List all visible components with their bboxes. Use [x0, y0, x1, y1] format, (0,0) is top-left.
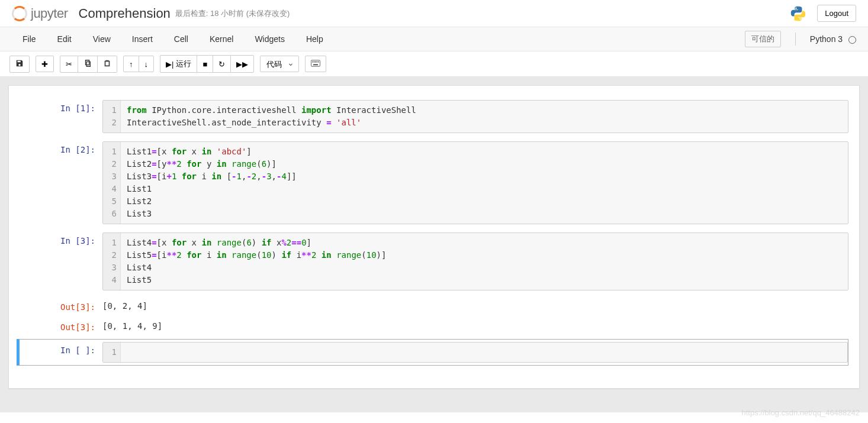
line-gutter: 1 2 [103, 101, 121, 133]
notebook-title[interactable]: Comprehension [79, 6, 171, 21]
line-gutter: 1 [103, 343, 121, 362]
arrow-down-icon: ↓ [144, 60, 149, 69]
svg-rect-2 [313, 61, 314, 62]
copy-icon [83, 59, 92, 69]
restart-run-all-button[interactable]: ▶▶ [231, 55, 254, 73]
menu-insert[interactable]: Insert [121, 31, 163, 47]
logo-text: jupyter [31, 6, 68, 21]
paste-icon [103, 59, 111, 69]
svg-rect-3 [314, 61, 315, 62]
copy-button[interactable] [78, 56, 98, 73]
jupyter-icon [12, 6, 27, 21]
output-prompt: Out[3]: [20, 299, 102, 313]
keyboard-icon [311, 60, 320, 69]
separator [795, 33, 796, 46]
line-gutter: 1 2 3 4 5 6 [103, 142, 121, 224]
menu-edit[interactable]: Edit [47, 31, 82, 47]
code-content[interactable]: List4=[x for x in range(6) if x%2==0] Li… [121, 233, 848, 290]
svg-rect-7 [313, 64, 318, 65]
input-prompt: In [2]: [20, 141, 102, 224]
menu-file[interactable]: File [12, 31, 47, 47]
move-down-button[interactable]: ↓ [139, 56, 155, 72]
code-cell[interactable]: In [ ]:1 [17, 339, 848, 366]
cut-icon: ✂ [66, 60, 72, 69]
move-up-button[interactable]: ↑ [123, 56, 139, 72]
menubar: FileEditViewInsertCellKernelWidgetsHelp … [0, 27, 868, 51]
kernel-status-icon [848, 36, 856, 44]
menu-view[interactable]: View [82, 31, 121, 47]
svg-rect-5 [317, 61, 318, 62]
svg-rect-6 [318, 61, 319, 62]
run-icon: ▶| [166, 60, 173, 69]
svg-rect-4 [315, 61, 316, 62]
save-button[interactable] [9, 56, 30, 73]
fast-forward-icon: ▶▶ [236, 60, 248, 69]
menu-cell[interactable]: Cell [163, 31, 199, 47]
menu-widgets[interactable]: Widgets [244, 31, 295, 47]
cut-button[interactable]: ✂ [60, 56, 78, 73]
svg-rect-0 [105, 62, 108, 65]
notebook-container: In [1]:1 2from IPython.core.interactives… [0, 77, 868, 412]
code-cell[interactable]: In [2]:1 2 3 4 5 6List1=[x for x in 'abc… [20, 141, 848, 224]
restart-button[interactable]: ↻ [213, 55, 231, 73]
output-text: [0, 2, 4] [102, 299, 848, 313]
code-content[interactable]: List1=[x for x in 'abcd'] List2=[y**2 fo… [121, 142, 848, 224]
input-prompt: In [ ]: [20, 342, 102, 363]
restart-icon: ↻ [218, 60, 225, 69]
celltype-select[interactable]: 代码 [260, 56, 299, 72]
add-cell-button[interactable]: ✚ [36, 56, 54, 72]
code-cell[interactable]: In [3]:1 2 3 4List4=[x for x in range(6)… [20, 233, 848, 290]
code-cell[interactable]: In [1]:1 2from IPython.core.interactives… [20, 100, 848, 133]
output-row: Out[3]:[0, 1, 4, 9] [20, 319, 848, 333]
input-area[interactable]: 1 2from IPython.core.interactiveshell im… [102, 100, 848, 133]
menu-kernel[interactable]: Kernel [199, 31, 244, 47]
python-icon [790, 5, 806, 22]
input-prompt: In [3]: [20, 233, 102, 290]
logout-button[interactable]: Logout [817, 5, 856, 22]
save-icon [15, 59, 24, 69]
output-row: Out[3]:[0, 2, 4] [20, 299, 848, 313]
logo[interactable]: jupyter [12, 6, 68, 21]
input-area[interactable]: 1 2 3 4 5 6List1=[x for x in 'abcd'] Lis… [102, 141, 848, 224]
plus-icon: ✚ [41, 60, 48, 69]
run-button[interactable]: ▶| 运行 [160, 55, 197, 73]
code-content[interactable]: from IPython.core.interactiveshell impor… [121, 101, 848, 133]
menu-help[interactable]: Help [295, 31, 334, 47]
command-palette-button[interactable] [305, 56, 326, 72]
stop-button[interactable]: ■ [197, 55, 213, 73]
paste-button[interactable] [98, 56, 117, 73]
svg-rect-1 [311, 60, 320, 66]
input-prompt: In [1]: [20, 100, 102, 133]
stop-icon: ■ [202, 60, 207, 69]
line-gutter: 1 2 3 4 [103, 233, 121, 290]
trusted-indicator[interactable]: 可信的 [745, 31, 781, 47]
arrow-up-icon: ↑ [129, 60, 133, 69]
header: jupyter Comprehension 最后检查: 18 小时前 (未保存改… [0, 0, 868, 27]
code-content[interactable] [121, 343, 847, 362]
output-text: [0, 1, 4, 9] [102, 319, 848, 333]
output-prompt: Out[3]: [20, 319, 102, 333]
notebook: In [1]:1 2from IPython.core.interactives… [8, 85, 860, 389]
toolbar: ✚ ✂ ↑ ↓ ▶| 运行 ■ ↻ ▶▶ 代码 [0, 51, 868, 77]
input-area[interactable]: 1 [102, 342, 848, 363]
input-area[interactable]: 1 2 3 4List4=[x for x in range(6) if x%2… [102, 233, 848, 290]
checkpoint-status: 最后检查: 18 小时前 (未保存改变) [175, 8, 290, 19]
kernel-name[interactable]: Python 3 [810, 34, 856, 44]
